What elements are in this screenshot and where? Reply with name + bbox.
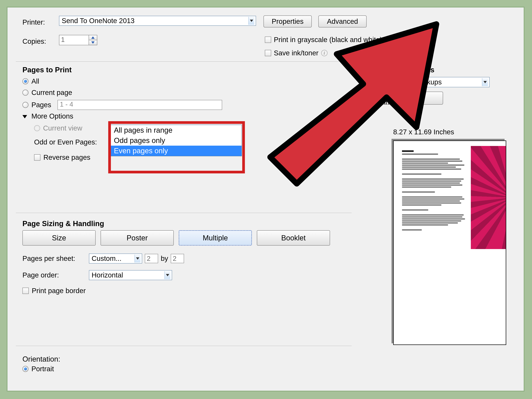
more-options-label: More Options	[32, 112, 73, 120]
pages-per-sheet-label: Pages per sheet:	[22, 254, 89, 262]
odd-even-option[interactable]: All pages in range	[111, 125, 241, 135]
grayscale-checkbox-row[interactable]: Print in grayscale (black and white)	[265, 36, 382, 44]
radio-current-page-row[interactable]: Current page	[22, 89, 352, 97]
properties-button[interactable]: Properties	[264, 15, 312, 27]
reverse-pages-checkbox[interactable]	[34, 154, 40, 161]
radio-current-page-label: Current page	[32, 89, 72, 97]
odd-even-label: Odd or Even Pages:	[34, 138, 114, 146]
comments-mode-select[interactable]: Document and Markups	[365, 77, 490, 87]
printer-select[interactable]: Send To OneNote 2013	[59, 16, 256, 26]
copies-spinner-buttons	[89, 35, 97, 45]
radio-pages[interactable]	[22, 102, 28, 108]
radio-portrait[interactable]	[22, 366, 28, 372]
by-label: by	[161, 254, 168, 262]
save-ink-label: Save ink/toner	[274, 49, 318, 57]
screenshot-frame: Printer: Send To OneNote 2013 Copies: 1 …	[7, 7, 525, 392]
odd-even-option[interactable]: Even pages only	[111, 146, 241, 156]
radio-all-row[interactable]: All	[22, 77, 352, 85]
poster-button[interactable]: Poster	[101, 230, 174, 246]
dropdown-arrow-icon	[165, 271, 171, 279]
page-sizing-header: Page Sizing & Handling	[22, 219, 104, 228]
multiple-button[interactable]: Multiple	[179, 230, 252, 246]
pages-range-input[interactable]: 1 - 4	[57, 100, 222, 110]
radio-pages-label: Pages	[32, 101, 51, 109]
grayscale-checkbox[interactable]	[265, 37, 271, 43]
radio-all-label: All	[32, 77, 39, 85]
chevron-up-icon	[91, 36, 95, 39]
pages-to-print-header: Pages to Print	[22, 66, 352, 74]
grid-y-input[interactable]: 2	[171, 254, 184, 263]
pages-per-sheet-value: Custom...	[92, 254, 121, 262]
right-panel: Comments & Forms Document and Markups Su…	[365, 66, 514, 365]
grid-x-input[interactable]: 2	[145, 254, 158, 263]
page-order-label: Page order:	[22, 271, 89, 279]
summarize-comments-button[interactable]: Summarize Comments	[365, 92, 443, 105]
advanced-button[interactable]: Advanced	[318, 15, 367, 27]
radio-current-view	[34, 125, 40, 131]
sizing-mode-buttons: Size Poster Multiple Booklet	[22, 230, 335, 246]
dropdown-arrow-icon	[134, 254, 140, 262]
copies-spinner[interactable]: 1	[59, 35, 97, 45]
dropdown-arrow-icon	[482, 78, 488, 86]
print-preview	[393, 140, 506, 345]
print-dialog: Printer: Send To OneNote 2013 Copies: 1 …	[7, 7, 524, 391]
save-ink-checkbox[interactable]	[265, 50, 271, 56]
pages-per-sheet-row: Pages per sheet: Custom... 2 by 2	[22, 253, 187, 264]
booklet-button[interactable]: Booklet	[257, 230, 330, 246]
comments-mode-value: Document and Markups	[367, 78, 442, 86]
pages-to-print-section: Pages to Print All Current page Pages 1 …	[22, 66, 352, 340]
divider	[16, 346, 352, 346]
orientation-header: Orientation:	[22, 355, 60, 363]
disclosure-triangle-icon	[22, 115, 27, 118]
print-border-row[interactable]: Print page border	[22, 287, 86, 295]
radio-pages-row[interactable]: Pages 1 - 4	[22, 100, 352, 110]
printer-select-value: Send To OneNote 2013	[62, 17, 134, 25]
pages-per-sheet-select[interactable]: Custom...	[89, 253, 142, 264]
print-border-label: Print page border	[32, 287, 86, 295]
radio-current-page[interactable]	[22, 90, 28, 95]
comments-forms-header: Comments & Forms	[365, 66, 514, 74]
preview-dimensions: 8.27 x 11.69 Inches	[393, 128, 454, 136]
portrait-label: Portrait	[32, 365, 54, 373]
divider	[16, 213, 352, 213]
page-order-select[interactable]: Horizontal	[89, 270, 172, 280]
odd-even-option[interactable]: Odd pages only	[111, 135, 241, 146]
radio-all[interactable]	[22, 78, 28, 84]
grayscale-label: Print in grayscale (black and white)	[274, 36, 382, 44]
info-icon[interactable]: i	[321, 50, 328, 56]
odd-even-dropdown-popup: All pages in range Odd pages only Even p…	[111, 125, 242, 156]
preview-page-right	[471, 146, 506, 249]
save-ink-checkbox-row[interactable]: Save ink/toner i	[265, 49, 328, 57]
page-order-value: Horizontal	[92, 271, 123, 279]
divider	[16, 62, 352, 62]
preview-page-left	[399, 146, 464, 337]
print-border-checkbox[interactable]	[22, 288, 29, 294]
chevron-down-icon	[91, 41, 95, 44]
dropdown-arrow-icon	[248, 17, 254, 25]
copies-down-button[interactable]	[89, 40, 97, 45]
printer-label: Printer:	[22, 18, 45, 26]
portrait-row[interactable]: Portrait	[22, 365, 54, 373]
more-options-toggle[interactable]: More Options	[22, 112, 352, 120]
copies-up-button[interactable]	[89, 35, 97, 40]
radio-current-view-label: Current view	[43, 124, 82, 132]
copies-input[interactable]: 1	[59, 35, 89, 45]
size-button[interactable]: Size	[22, 230, 95, 246]
copies-label: Copies:	[22, 38, 46, 45]
page-order-row: Page order: Horizontal	[22, 270, 172, 280]
reverse-pages-label: Reverse pages	[43, 153, 90, 161]
